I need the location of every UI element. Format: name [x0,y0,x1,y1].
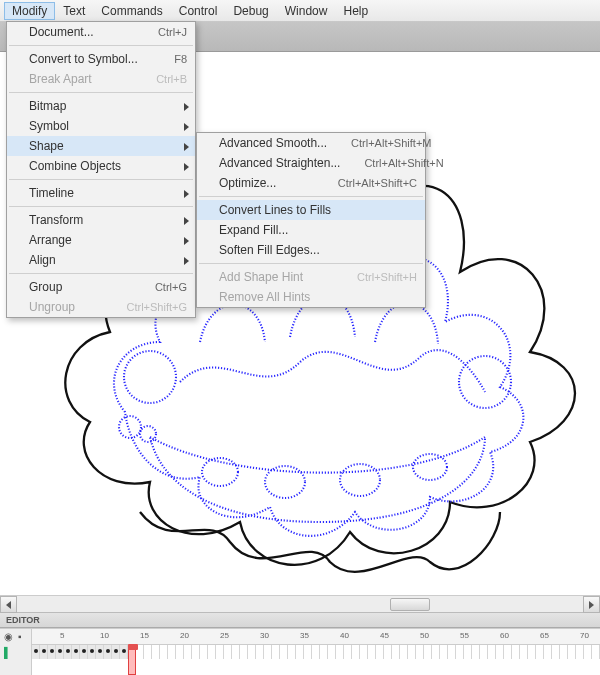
scroll-thumb[interactable] [390,598,430,611]
shape-submenu-item-advanced-straighten[interactable]: Advanced Straighten...Ctrl+Alt+Shift+N [197,153,425,173]
frame-cell[interactable] [400,645,408,659]
frame-cell[interactable] [184,645,192,659]
frame-cell[interactable] [520,645,528,659]
modify-menu-item-document[interactable]: Document...Ctrl+J [7,22,195,42]
timeline-panel[interactable]: ◉ ▪ ▌ 510152025303540455055606570 [0,628,600,675]
frame-cell[interactable] [296,645,304,659]
keyframe-cell[interactable] [96,645,104,659]
menu-item-modify[interactable]: Modify [4,2,55,20]
modify-menu-item-group[interactable]: GroupCtrl+G [7,277,195,297]
modify-menu-item-convert-to-symbol[interactable]: Convert to Symbol...F8 [7,49,195,69]
frame-cell[interactable] [216,645,224,659]
frame-cell[interactable] [144,645,152,659]
canvas-horizontal-scrollbar[interactable] [0,595,600,612]
frame-cell[interactable] [512,645,520,659]
frame-cell[interactable] [248,645,256,659]
frame-cell[interactable] [152,645,160,659]
frame-cell[interactable] [584,645,592,659]
keyframe-cell[interactable] [104,645,112,659]
frame-cell[interactable] [256,645,264,659]
frame-cell[interactable] [368,645,376,659]
frame-cell[interactable] [376,645,384,659]
frame-cell[interactable] [416,645,424,659]
keyframe-cell[interactable] [64,645,72,659]
frame-cell[interactable] [544,645,552,659]
scroll-left-button[interactable] [0,596,17,613]
frame-cell[interactable] [192,645,200,659]
shape-submenu-item-soften-fill-edges[interactable]: Soften Fill Edges... [197,240,425,260]
timeline-playhead[interactable] [128,645,136,675]
frame-cell[interactable] [408,645,416,659]
modify-menu-item-arrange[interactable]: Arrange [7,230,195,250]
frame-cell[interactable] [224,645,232,659]
frame-cell[interactable] [288,645,296,659]
scroll-right-button[interactable] [583,596,600,613]
frame-cell[interactable] [480,645,488,659]
layer-color-swatch[interactable]: ▌ [4,647,11,658]
keyframe-cell[interactable] [112,645,120,659]
modify-menu-item-symbol[interactable]: Symbol [7,116,195,136]
timeline-frame-track[interactable] [32,645,600,659]
frame-cell[interactable] [232,645,240,659]
frame-cell[interactable] [472,645,480,659]
frame-cell[interactable] [432,645,440,659]
frame-cell[interactable] [320,645,328,659]
modify-menu-item-bitmap[interactable]: Bitmap [7,96,195,116]
frame-cell[interactable] [496,645,504,659]
keyframe-cell[interactable] [40,645,48,659]
frame-cell[interactable] [168,645,176,659]
frame-cell[interactable] [384,645,392,659]
frame-cell[interactable] [344,645,352,659]
keyframe-cell[interactable] [80,645,88,659]
keyframe-cell[interactable] [88,645,96,659]
frame-cell[interactable] [200,645,208,659]
modify-menu-item-transform[interactable]: Transform [7,210,195,230]
frame-cell[interactable] [360,645,368,659]
frame-cell[interactable] [440,645,448,659]
frame-cell[interactable] [328,645,336,659]
frame-cell[interactable] [424,645,432,659]
frame-cell[interactable] [552,645,560,659]
keyframe-cell[interactable] [48,645,56,659]
keyframe-cell[interactable] [120,645,128,659]
frame-cell[interactable] [208,645,216,659]
menu-item-help[interactable]: Help [335,2,376,20]
frame-cell[interactable] [560,645,568,659]
shape-submenu-item-expand-fill[interactable]: Expand Fill... [197,220,425,240]
frame-cell[interactable] [176,645,184,659]
frame-cell[interactable] [448,645,456,659]
modify-menu-item-shape[interactable]: Shape [7,136,195,156]
eye-icon[interactable]: ◉ [4,631,13,642]
frame-cell[interactable] [264,645,272,659]
frame-cell[interactable] [280,645,288,659]
menu-item-text[interactable]: Text [55,2,93,20]
timeline-frame-ruler[interactable]: 510152025303540455055606570 [32,629,600,645]
modify-menu-item-timeline[interactable]: Timeline [7,183,195,203]
frame-cell[interactable] [160,645,168,659]
frame-cell[interactable] [272,645,280,659]
frame-cell[interactable] [304,645,312,659]
menu-item-control[interactable]: Control [171,2,226,20]
menu-item-window[interactable]: Window [277,2,336,20]
frame-cell[interactable] [576,645,584,659]
keyframe-cell[interactable] [56,645,64,659]
menu-item-commands[interactable]: Commands [93,2,170,20]
frame-cell[interactable] [568,645,576,659]
keyframe-cell[interactable] [32,645,40,659]
frame-cell[interactable] [352,645,360,659]
lock-icon[interactable]: ▪ [18,631,22,642]
frame-cell[interactable] [504,645,512,659]
frame-cell[interactable] [464,645,472,659]
frame-cell[interactable] [488,645,496,659]
shape-submenu-item-optimize[interactable]: Optimize...Ctrl+Alt+Shift+C [197,173,425,193]
frame-cell[interactable] [240,645,248,659]
frame-cell[interactable] [456,645,464,659]
frame-cell[interactable] [312,645,320,659]
menu-item-debug[interactable]: Debug [225,2,276,20]
frame-cell[interactable] [592,645,600,659]
modify-menu-item-align[interactable]: Align [7,250,195,270]
frame-cell[interactable] [336,645,344,659]
frame-cell[interactable] [536,645,544,659]
frame-cell[interactable] [392,645,400,659]
frame-cell[interactable] [528,645,536,659]
